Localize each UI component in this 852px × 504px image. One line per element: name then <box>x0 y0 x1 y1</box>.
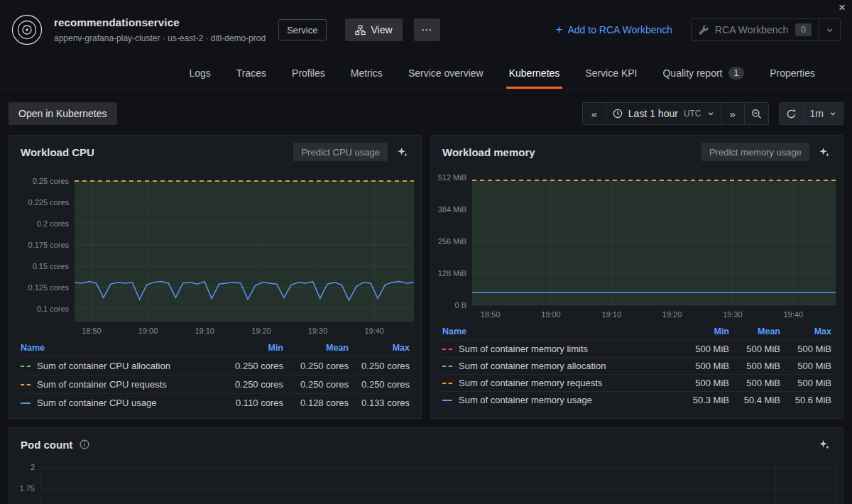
rca-workbench-count-badge: 0 <box>795 23 812 36</box>
kubernetes-toolbar: Open in Kubernetes « Last 1 hour UTC » <box>0 89 852 135</box>
series-swatch <box>21 366 31 367</box>
workload-memory-panel: Workload memory Predict memory usage 18:… <box>430 135 843 419</box>
rca-workbench-label: RCA Workbench <box>715 24 788 35</box>
wrench-icon <box>699 25 709 35</box>
ai-sparkle-button[interactable] <box>813 434 836 454</box>
svg-text:19:20: 19:20 <box>251 327 271 335</box>
legend-series-label[interactable]: Sum of container memory allocation <box>442 357 678 374</box>
svg-text:2: 2 <box>31 463 35 471</box>
svg-text:0.25 cores: 0.25 cores <box>33 177 70 185</box>
legend-min-value: 0.250 cores <box>221 375 283 393</box>
view-icon <box>355 25 366 35</box>
title-block: recommendationservice appenv-grafana-pla… <box>54 16 266 43</box>
legend-series-label[interactable]: Sum of container CPU usage <box>21 393 221 412</box>
tab-quality-report[interactable]: Quality report 1 <box>660 57 747 89</box>
view-button[interactable]: View <box>345 18 403 41</box>
legend-series-label[interactable]: Sum of container memory requests <box>442 374 678 391</box>
ai-sparkle-button[interactable] <box>813 142 836 162</box>
legend-max-value: 500 MiB <box>780 340 831 357</box>
legend-header-mean[interactable]: Mean <box>729 324 780 340</box>
svg-text:19:30: 19:30 <box>308 327 328 335</box>
svg-text:0.175 cores: 0.175 cores <box>28 241 70 249</box>
legend-series-label[interactable]: Sum of container memory usage <box>442 391 678 408</box>
legend-min-value: 0.110 cores <box>221 393 283 412</box>
legend-header-name[interactable]: Name <box>442 324 678 340</box>
legend-mean-value: 50.4 MiB <box>729 391 780 408</box>
time-range-control: « Last 1 hour UTC » <box>582 102 769 125</box>
legend-max-value: 50.6 MiB <box>780 391 831 408</box>
svg-text:19:20: 19:20 <box>662 310 682 319</box>
legend-header-max[interactable]: Max <box>780 324 831 340</box>
tab-service-kpi[interactable]: Service KPI <box>582 57 640 89</box>
legend-header-min[interactable]: Min <box>678 324 729 340</box>
legend-mean-value: 500 MiB <box>729 357 780 374</box>
legend-mean-value: 0.250 cores <box>283 375 349 393</box>
svg-text:19:40: 19:40 <box>364 327 384 335</box>
legend-min-value: 500 MiB <box>678 357 729 374</box>
service-type-badge[interactable]: Service <box>278 19 326 40</box>
legend-mean-value: 500 MiB <box>729 374 780 391</box>
tab-traces[interactable]: Traces <box>234 57 269 89</box>
tab-logs[interactable]: Logs <box>186 57 213 89</box>
legend-max-value: 500 MiB <box>780 357 831 374</box>
legend-header-max[interactable]: Max <box>349 340 410 356</box>
svg-text:0.125 cores: 0.125 cores <box>28 283 70 292</box>
svg-text:0.2 cores: 0.2 cores <box>37 219 70 228</box>
svg-text:18:50: 18:50 <box>481 310 501 319</box>
svg-text:19:10: 19:10 <box>601 310 621 319</box>
svg-text:19:00: 19:00 <box>541 310 561 319</box>
time-range-picker-button[interactable]: Last 1 hour UTC <box>606 102 721 125</box>
chevron-down-icon <box>707 110 714 117</box>
more-actions-button[interactable]: ⋯ <box>414 18 440 41</box>
svg-text:19:40: 19:40 <box>783 310 803 319</box>
ai-sparkle-button[interactable] <box>391 142 414 162</box>
plus-icon: + <box>556 23 563 37</box>
predict-memory-usage-button[interactable]: Predict memory usage <box>701 143 809 161</box>
quality-report-count-badge: 1 <box>728 67 745 80</box>
series-swatch <box>442 366 452 367</box>
pod-count-chart[interactable]: 21.751.5 <box>9 457 843 504</box>
refresh-button[interactable] <box>779 102 804 125</box>
legend-max-value: 0.133 cores <box>349 393 410 412</box>
legend-min-value: 500 MiB <box>678 340 729 357</box>
svg-text:19:00: 19:00 <box>138 327 158 335</box>
pod-count-panel: Pod count 21.751.5 <box>9 427 843 504</box>
add-to-rca-workbench-link[interactable]: + Add to RCA Workbench <box>556 23 673 37</box>
svg-text:128 MiB: 128 MiB <box>438 269 466 278</box>
legend-header-mean[interactable]: Mean <box>283 340 349 356</box>
time-shift-forward-button[interactable]: » <box>721 102 745 125</box>
workload-cpu-panel: Workload CPU Predict CPU usage 18:5019:0… <box>9 135 422 419</box>
info-icon[interactable] <box>80 439 89 449</box>
legend-series-label[interactable]: Sum of container CPU allocation <box>21 356 221 375</box>
legend-max-value: 0.250 cores <box>349 375 410 393</box>
tab-properties[interactable]: Properties <box>767 57 818 89</box>
cpu-time-series-chart[interactable]: 18:5019:0019:1019:2019:3019:400.25 cores… <box>9 165 421 339</box>
series-swatch <box>442 383 452 384</box>
legend-series-label[interactable]: Sum of container memory limits <box>442 340 678 357</box>
svg-text:256 MiB: 256 MiB <box>438 237 466 246</box>
legend-min-value: 500 MiB <box>678 374 729 391</box>
svg-text:512 MiB: 512 MiB <box>438 173 466 182</box>
series-swatch <box>442 349 452 350</box>
legend-header-name[interactable]: Name <box>21 340 221 356</box>
refresh-interval-dropdown[interactable]: 1m <box>803 102 843 125</box>
legend-header-min[interactable]: Min <box>221 340 283 356</box>
tab-kubernetes[interactable]: Kubernetes <box>506 57 563 89</box>
zoom-out-button[interactable] <box>744 102 769 125</box>
open-in-kubernetes-button[interactable]: Open in Kubernetes <box>9 102 117 125</box>
time-shift-back-button[interactable]: « <box>582 102 606 125</box>
chevron-down-icon[interactable] <box>819 26 840 34</box>
svg-text:0.15 cores: 0.15 cores <box>33 262 70 270</box>
series-swatch <box>21 402 31 404</box>
legend-series-label[interactable]: Sum of container CPU requests <box>21 375 221 393</box>
tab-service-overview[interactable]: Service overview <box>405 57 486 89</box>
tab-metrics[interactable]: Metrics <box>348 57 386 89</box>
tab-profiles[interactable]: Profiles <box>289 57 328 89</box>
svg-text:384 MiB: 384 MiB <box>438 205 466 214</box>
memory-time-series-chart[interactable]: 18:5019:0019:1019:2019:3019:40512 MiB384… <box>431 165 843 322</box>
memory-legend: Name Min Mean Max Sum of container memor… <box>431 322 843 412</box>
panel-title-cpu: Workload CPU <box>21 146 94 158</box>
predict-cpu-usage-button[interactable]: Predict CPU usage <box>293 143 388 161</box>
rca-workbench-button[interactable]: RCA Workbench 0 <box>691 18 841 41</box>
window-close-icon[interactable]: × <box>839 1 846 13</box>
